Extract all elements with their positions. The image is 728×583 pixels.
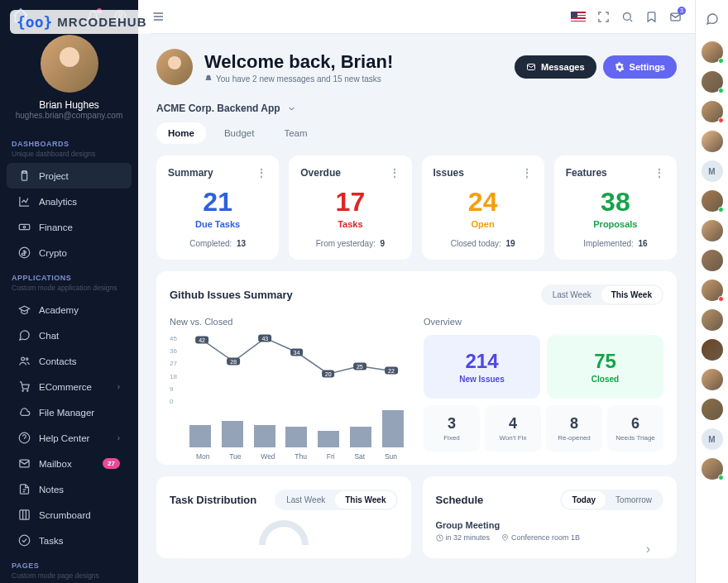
contact-avatar[interactable] bbox=[702, 190, 723, 212]
fullscreen-icon[interactable] bbox=[597, 11, 610, 23]
sidebar: Brian Hughes hughes.brian@company.com DA… bbox=[0, 0, 138, 583]
sidebar-item-academy[interactable]: Academy bbox=[7, 297, 132, 323]
sched-tomorrow[interactable]: Tomorrow bbox=[606, 491, 662, 509]
sidebar-item-notes[interactable]: Notes bbox=[7, 476, 132, 502]
contact-avatar[interactable] bbox=[702, 369, 723, 390]
schedule-card: Schedule Today Tomorrow Group Meeting in… bbox=[423, 476, 678, 558]
tab-team[interactable]: Team bbox=[272, 122, 318, 144]
sidebar-item-scrumboard[interactable]: Scrumboard bbox=[7, 502, 132, 528]
overview-small-won-t-fix: 4Won't Fix bbox=[485, 405, 541, 452]
chevron-right-icon: › bbox=[117, 433, 120, 442]
card-value: 24 bbox=[433, 187, 533, 217]
sidebar-item-crypto[interactable]: Crypto bbox=[7, 240, 132, 265]
contact-avatar[interactable] bbox=[702, 399, 723, 420]
svg-rect-12 bbox=[20, 510, 29, 519]
sidebar-section-header: PAGES bbox=[0, 553, 138, 570]
sidebar-item-label: Contacts bbox=[39, 356, 76, 366]
board-icon bbox=[18, 509, 31, 521]
pill-this-week[interactable]: This Week bbox=[601, 286, 662, 303]
help-icon bbox=[18, 432, 31, 444]
sidebar-item-mailbox[interactable]: Mailbox 27 bbox=[7, 451, 132, 476]
bar bbox=[222, 421, 243, 448]
users-icon bbox=[18, 355, 31, 367]
mail-badge-icon[interactable]: 3 bbox=[669, 11, 682, 23]
td-pill-this[interactable]: This Week bbox=[335, 491, 395, 509]
overview-title: Overview bbox=[424, 317, 663, 327]
chart-subtitle: New vs. Closed bbox=[170, 317, 407, 327]
sidebar-item-chat[interactable]: Chat bbox=[7, 323, 132, 348]
sidebar-item-project[interactable]: Project bbox=[7, 163, 132, 189]
svg-point-8 bbox=[22, 390, 23, 391]
contact-avatar[interactable] bbox=[702, 71, 723, 93]
sidebar-item-label: Help Center bbox=[39, 433, 89, 443]
chevron-right-icon: › bbox=[117, 382, 120, 391]
chat-bubble-icon[interactable] bbox=[702, 8, 723, 30]
data-label: 22 bbox=[385, 367, 398, 375]
contact-avatar[interactable]: M bbox=[702, 160, 723, 182]
location-icon: Conference room 1B bbox=[501, 533, 580, 542]
schedule-item[interactable]: Group Meeting in 32 minutes Conference r… bbox=[436, 520, 664, 542]
user-avatar-large[interactable] bbox=[41, 35, 98, 93]
user-email: hughes.brian@company.com bbox=[0, 111, 138, 120]
contact-avatar[interactable] bbox=[702, 220, 723, 241]
contact-avatar[interactable] bbox=[702, 41, 723, 63]
contact-avatar[interactable] bbox=[702, 458, 723, 480]
svg-point-6 bbox=[22, 357, 25, 361]
flag-us-icon[interactable] bbox=[571, 12, 586, 22]
app-selector[interactable]: ACME Corp. Backend App bbox=[156, 103, 296, 114]
welcome-title: Welcome back, Brian! bbox=[204, 51, 393, 73]
sidebar-section-sub: Custom mode page designs bbox=[0, 570, 138, 583]
svg-point-13 bbox=[19, 535, 30, 546]
bar bbox=[254, 425, 275, 448]
svg-rect-3 bbox=[19, 224, 30, 229]
sidebar-item-help-center[interactable]: Help Center › bbox=[7, 425, 132, 451]
sidebar-item-label: Notes bbox=[39, 485, 64, 495]
sidebar-item-label: File Manager bbox=[39, 408, 94, 418]
overview-small-needs-triage: 6Needs Triage bbox=[607, 405, 663, 452]
card-substat: Completed: 13 bbox=[168, 239, 267, 248]
tab-budget[interactable]: Budget bbox=[213, 122, 266, 144]
contact-avatar[interactable] bbox=[702, 280, 723, 301]
pill-last-week[interactable]: Last Week bbox=[543, 286, 601, 303]
contact-avatar[interactable] bbox=[702, 101, 723, 122]
td-pill-last[interactable]: Last Week bbox=[276, 491, 335, 509]
contact-avatar[interactable] bbox=[702, 339, 723, 361]
card-substat: From yesterday: 9 bbox=[300, 239, 400, 248]
sidebar-item-tasks[interactable]: Tasks bbox=[7, 528, 132, 553]
bell-icon bbox=[204, 74, 213, 83]
more-icon[interactable]: ⋮ bbox=[522, 167, 533, 179]
check-icon bbox=[18, 534, 31, 547]
card-substat: Closed today: 19 bbox=[433, 239, 533, 248]
chat-icon bbox=[18, 329, 31, 342]
svg-point-25 bbox=[505, 536, 506, 538]
donut-chart-stub bbox=[259, 520, 309, 545]
bookmark-icon[interactable] bbox=[645, 11, 658, 23]
topbar: 3 bbox=[138, 0, 695, 34]
contact-avatar[interactable] bbox=[702, 250, 723, 271]
card-title: Summary bbox=[168, 167, 213, 179]
card-title: Features bbox=[566, 167, 607, 179]
sidebar-item-label: ECommerce bbox=[39, 382, 92, 392]
sidebar-item-label: Tasks bbox=[39, 536, 63, 546]
more-icon[interactable]: ⋮ bbox=[390, 167, 400, 179]
github-title: Github Issues Summary bbox=[170, 289, 293, 301]
sidebar-item-ecommerce[interactable]: ECommerce › bbox=[7, 374, 132, 399]
sidebar-item-analytics[interactable]: Analytics bbox=[7, 189, 132, 214]
sidebar-item-label: Finance bbox=[39, 222, 73, 232]
search-icon[interactable] bbox=[621, 11, 634, 23]
settings-button[interactable]: Settings bbox=[603, 55, 677, 79]
sidebar-item-finance[interactable]: Finance bbox=[7, 214, 132, 240]
more-icon[interactable]: ⋮ bbox=[654, 167, 665, 179]
sidebar-item-contacts[interactable]: Contacts bbox=[7, 348, 132, 374]
messages-button[interactable]: Messages bbox=[515, 55, 596, 79]
contact-avatar[interactable] bbox=[702, 309, 723, 331]
tab-home[interactable]: Home bbox=[156, 122, 206, 144]
contact-avatar[interactable]: M bbox=[702, 428, 723, 450]
chevron-right-icon: › bbox=[646, 542, 650, 557]
more-icon[interactable]: ⋮ bbox=[256, 167, 267, 179]
sidebar-item-file-manager[interactable]: File Manager bbox=[7, 399, 132, 425]
sched-today[interactable]: Today bbox=[562, 491, 606, 509]
card-label: Tasks bbox=[300, 219, 400, 229]
summary-card-features: Features⋮ 38 Proposals Implemented: 16 bbox=[554, 155, 677, 260]
contact-avatar[interactable] bbox=[702, 131, 723, 152]
